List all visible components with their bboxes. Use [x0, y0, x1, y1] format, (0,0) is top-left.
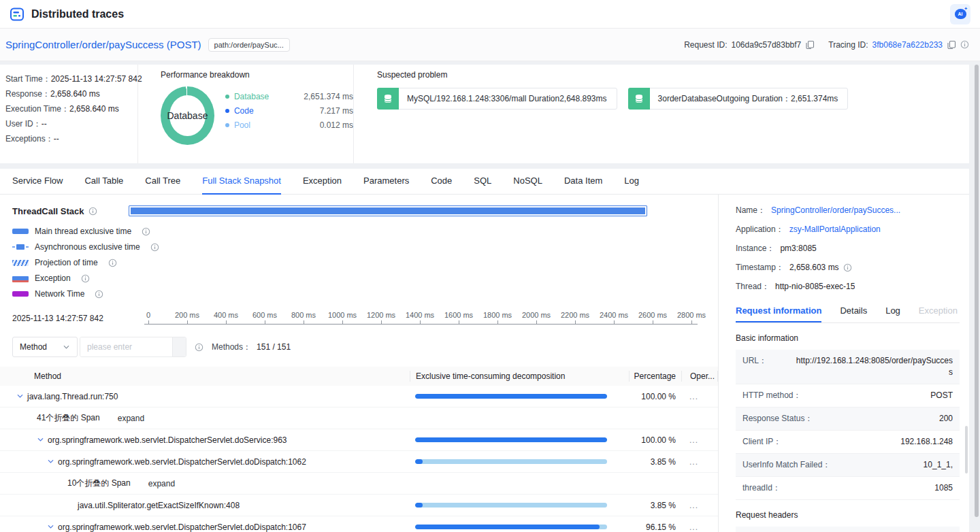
sparkle-icon: ✦: [964, 6, 968, 12]
tab-full-stack-snapshot[interactable]: Full Stack Snapshot: [202, 169, 281, 195]
summary-field: Exceptions：--: [5, 131, 133, 146]
row-more-actions[interactable]: ...: [681, 522, 718, 532]
info-icon[interactable]: [108, 259, 117, 267]
info-icon[interactable]: [95, 290, 103, 299]
kv-row: UserInfo Match Failed：10_1_1,: [736, 454, 960, 477]
method-name: org.springframework.web.servlet.Dispatch…: [58, 522, 306, 532]
time-bar-fill: [415, 459, 423, 464]
method-table: Method Exclusive time-consuming decompos…: [0, 367, 718, 532]
info-icon[interactable]: [843, 263, 852, 273]
copy-icon[interactable]: [947, 40, 956, 50]
database-icon: [377, 88, 399, 110]
minimap-selection[interactable]: [131, 207, 645, 214]
chevron-down-icon[interactable]: [37, 436, 44, 444]
chevron-down-icon[interactable]: [47, 523, 54, 531]
method-row[interactable]: java.util.Spliterator.getExactSizeIfKnow…: [0, 495, 718, 516]
kv-value: 10_1_1,: [924, 459, 953, 471]
span-info-value[interactable]: SpringController/order/paySucces...: [771, 205, 900, 216]
row-more-actions[interactable]: ...: [681, 457, 718, 467]
panel-scrollbar[interactable]: [965, 426, 968, 473]
method-row[interactable]: org.springframework.web.servlet.Dispatch…: [0, 451, 718, 473]
tab-nosql[interactable]: NoSQL: [513, 169, 542, 195]
suspected-problem-item[interactable]: 3orderDatabaseOutgoing Duration：2,651.37…: [628, 88, 849, 110]
info-icon[interactable]: [142, 227, 150, 236]
span-info-value[interactable]: zsy-MallPortalApplication: [789, 225, 881, 235]
collapsed-span-row[interactable]: 41个折叠的 Spanexpand: [0, 408, 718, 429]
info-icon[interactable]: [81, 274, 90, 283]
app-title: Distributed traces: [31, 8, 124, 20]
timeline-start-time: 2025-11-13 14:27:57 842: [12, 310, 135, 329]
axis-tick-mark: [691, 320, 692, 324]
chevron-down-icon[interactable]: [47, 458, 54, 465]
tab-parameters[interactable]: Parameters: [363, 169, 409, 195]
span-info-value: 2,658.603 ms: [789, 263, 839, 273]
method-search-input[interactable]: [80, 337, 172, 356]
collapsed-span-row[interactable]: 10个折叠的 Spanexpand: [0, 473, 718, 495]
suspected-problem-item[interactable]: MySQL/192.168.1.248:3306/mall Duration2,…: [377, 88, 617, 110]
summary-field-value: 2,658.640 ms: [50, 89, 100, 99]
info-icon[interactable]: [150, 243, 159, 252]
panel-tab-details[interactable]: Details: [840, 301, 867, 322]
info-icon[interactable]: [960, 40, 969, 49]
axis-tick-mark: [497, 320, 498, 324]
summary-field: Response：2,658.640 ms: [5, 86, 133, 101]
info-icon[interactable]: [195, 343, 203, 352]
threadcall-stack-title: ThreadCall Stack: [12, 206, 84, 216]
percentage-value: 100.00 %: [629, 435, 681, 445]
method-name: org.springframework.web.servlet.Dispatch…: [58, 457, 306, 467]
filter-field-select[interactable]: Method: [12, 337, 78, 357]
timeline-minimap[interactable]: [129, 205, 647, 216]
time-bar: [415, 525, 607, 529]
page-scrollbar-thumb[interactable]: [975, 65, 979, 517]
method-row[interactable]: java.lang.Thread.run:750100.00 %...: [0, 386, 718, 408]
method-row[interactable]: org.springframework.web.servlet.Dispatch…: [0, 516, 718, 532]
legend-value: 7.217 ms: [287, 106, 353, 116]
axis-tick-mark: [614, 320, 615, 324]
panel-tab-request-information[interactable]: Request information: [736, 301, 821, 322]
tab-log[interactable]: Log: [624, 169, 639, 195]
legend-dot-icon: [225, 109, 229, 113]
panel-tab-log[interactable]: Log: [885, 301, 900, 322]
copy-icon[interactable]: [805, 40, 815, 50]
tab-exception[interactable]: Exception: [303, 169, 342, 195]
ai-assistant-button[interactable]: AI ✦: [950, 4, 970, 24]
span-info-label: Timestamp：: [736, 263, 784, 273]
span-info-value: http-nio-8085-exec-15: [775, 282, 855, 292]
suspected-problem-text: MySQL/192.168.1.248:3306/mall Duration2,…: [399, 94, 617, 103]
span-info-field: Timestamp：2,658.603 ms: [736, 263, 960, 273]
tab-service-flow[interactable]: Service Flow: [12, 169, 63, 195]
row-more-actions[interactable]: ...: [681, 435, 718, 445]
method-name: java.util.Spliterator.getExactSizeIfKnow…: [78, 501, 240, 510]
method-row[interactable]: org.springframework.web.servlet.Dispatch…: [0, 429, 718, 451]
stack-legend-label: Network Time: [35, 289, 84, 299]
expand-link[interactable]: expand: [118, 414, 144, 423]
trace-title-link[interactable]: SpringController/order/paySuccess (POST): [5, 39, 201, 50]
time-bar: [415, 394, 607, 399]
path-tag: path:/order/paySuc...: [208, 38, 290, 52]
async-swatch-icon: [12, 244, 29, 250]
axis-tick-label: 2200 ms: [561, 311, 589, 319]
summary-fields: Start Time：2025-11-13 14:27:57 842Respon…: [0, 65, 138, 163]
tracing-id-link[interactable]: 3fb068e7a622b233: [872, 40, 943, 50]
detail-tabs: Service FlowCall TableCall TreeFull Stac…: [0, 169, 969, 195]
tab-sql[interactable]: SQL: [474, 169, 491, 195]
request-id-label: Request ID:: [684, 40, 727, 50]
row-more-actions[interactable]: ...: [681, 392, 718, 401]
tab-call-table[interactable]: Call Table: [84, 169, 123, 195]
percentage-value: 100.00 %: [629, 392, 681, 401]
info-icon[interactable]: [88, 207, 97, 216]
chevron-down-icon[interactable]: [16, 393, 24, 400]
axis-tick-label: 1200 ms: [367, 311, 395, 319]
time-bar: [415, 459, 607, 464]
performance-legend-item: Pool0.012 ms: [225, 120, 353, 130]
method-filter-row: Method Methods： 151 / 151: [12, 337, 718, 357]
row-more-actions[interactable]: ...: [681, 501, 718, 510]
input-suffix-button[interactable]: [172, 337, 186, 356]
summary-field: User ID：--: [5, 116, 133, 131]
tab-code[interactable]: Code: [431, 169, 452, 195]
tab-data-item[interactable]: Data Item: [564, 169, 602, 195]
expand-link[interactable]: expand: [148, 479, 175, 488]
kv-row: URL：http://192.168.1.248:8085/order/payS…: [736, 350, 960, 384]
tab-call-tree[interactable]: Call Tree: [145, 169, 180, 195]
method-table-header: Method Exclusive time-consuming decompos…: [0, 367, 718, 386]
